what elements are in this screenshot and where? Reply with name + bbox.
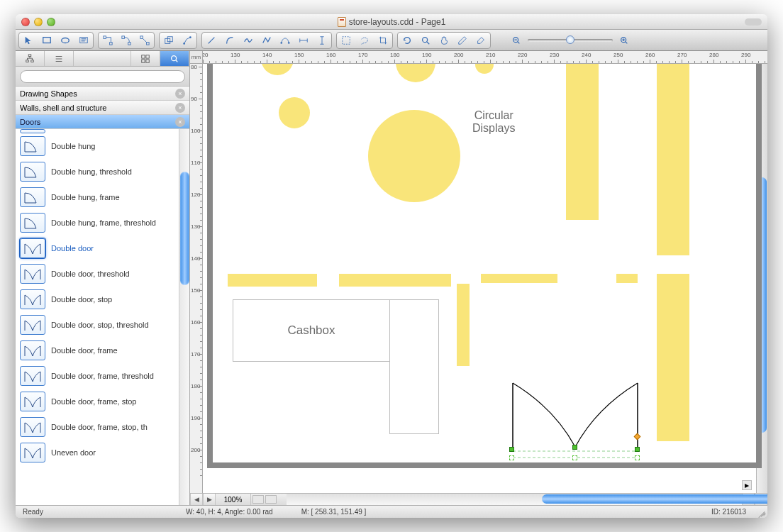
canvas-hscrollbar[interactable] — [287, 494, 742, 505]
bar-shape[interactable] — [481, 274, 557, 283]
ruler-unit-label[interactable]: mm — [190, 51, 203, 64]
shape-list-item[interactable]: Double hung, frame — [16, 184, 189, 210]
library-category[interactable]: Walls, shell and structure× — [16, 101, 189, 115]
zoom-in-icon[interactable] — [616, 33, 633, 48]
svg-rect-8 — [122, 35, 125, 38]
toolbar-toggle-icon[interactable] — [745, 18, 762, 26]
library-category[interactable]: Drawing Shapes× — [16, 87, 189, 101]
resize-handle[interactable] — [635, 455, 640, 460]
shape-list-item[interactable]: Double door, stop, threshold — [16, 312, 189, 338]
svg-rect-0 — [43, 37, 51, 43]
door-shape-icon — [20, 162, 45, 182]
select-nodes-icon[interactable] — [338, 33, 355, 48]
resize-grip-icon[interactable] — [757, 508, 766, 516]
pan-tool-icon[interactable] — [435, 33, 452, 48]
svg-line-28 — [427, 41, 430, 44]
shape-list-item[interactable]: Double door, threshold — [16, 261, 189, 287]
shelves-shape[interactable] — [566, 64, 599, 220]
shape-list-item[interactable]: Double door, frame, stop, th — [16, 414, 189, 440]
display-circle[interactable] — [279, 97, 310, 128]
text-tool-icon[interactable] — [75, 33, 92, 48]
crop-tool-icon[interactable] — [374, 33, 392, 48]
list-tab-icon[interactable] — [45, 51, 74, 66]
ruler-horizontal[interactable]: 1201301401501601701801902002102202302402… — [203, 51, 767, 64]
spline-tool-icon[interactable] — [240, 33, 257, 48]
resize-handle[interactable] — [572, 445, 577, 450]
dimension-h-icon[interactable] — [295, 33, 312, 48]
expand-smart-tag-icon[interactable]: ▶ — [742, 480, 752, 490]
bar-shape[interactable] — [616, 274, 638, 283]
titlebar[interactable]: store-layouts.cdd - Page1 — [16, 14, 767, 30]
hierarchy-tab-icon[interactable] — [16, 51, 45, 66]
direct-connector-icon[interactable] — [136, 33, 153, 48]
shape-list-item[interactable]: Double door, frame — [16, 338, 189, 363]
hscroll-right-icon[interactable]: ▶ — [203, 494, 216, 505]
page-tab[interactable] — [265, 495, 277, 504]
eraser-icon[interactable] — [472, 33, 489, 48]
shape-list-item[interactable]: Double door — [16, 235, 189, 261]
library-search-input[interactable] — [20, 70, 185, 83]
shape-list-item[interactable]: Uneven door — [16, 440, 189, 465]
drawing-canvas[interactable]: Circular Displays Shelves Wall Fixtures — [203, 64, 767, 493]
sidebar-scrollbar[interactable] — [179, 129, 189, 505]
polyline-tool-icon[interactable] — [258, 33, 275, 48]
svg-rect-42 — [142, 55, 145, 57]
resize-handle[interactable] — [572, 455, 577, 460]
cashbox-shape[interactable]: Cashbox — [233, 299, 390, 362]
smart-connector-icon[interactable] — [118, 33, 135, 48]
bar-shape[interactable] — [339, 274, 451, 287]
category-label: Walls, shell and structure — [20, 104, 106, 112]
rotate-tool-icon[interactable] — [399, 33, 416, 48]
clone-stamp-icon[interactable] — [160, 33, 177, 48]
arc-tool-icon[interactable] — [221, 33, 238, 48]
rectangle-tool-icon[interactable] — [38, 33, 55, 48]
zoom-tool-icon[interactable] — [417, 33, 434, 48]
ruler-vertical[interactable]: 8090100110120130140150160170180190200 — [190, 64, 203, 493]
line-tool-icon[interactable] — [203, 33, 220, 48]
display-circle[interactable] — [368, 110, 460, 202]
wall-fixture-shape[interactable] — [657, 64, 689, 255]
shape-list-item[interactable]: Double door, stop — [16, 287, 189, 312]
pointer-tool-icon[interactable] — [20, 33, 37, 48]
hscroll-left-icon[interactable]: ◀ — [190, 494, 203, 505]
search-tab-icon[interactable] — [160, 51, 189, 66]
double-door-shape[interactable] — [511, 376, 639, 461]
page-tabs[interactable] — [251, 494, 287, 505]
resize-handle[interactable] — [509, 447, 514, 452]
edit-points-icon[interactable] — [179, 33, 196, 48]
wall-fixture-shape[interactable] — [657, 274, 689, 441]
zoom-out-icon[interactable] — [508, 33, 525, 48]
resize-handle[interactable] — [509, 455, 514, 460]
sidebar-scrollthumb[interactable] — [180, 172, 189, 285]
svg-line-17 — [209, 37, 215, 43]
door-shape-icon — [20, 213, 45, 233]
dimension-v-icon[interactable] — [313, 33, 331, 48]
shape-list-item[interactable]: Double hung, frame, threshold — [16, 210, 189, 235]
shape-list-item[interactable]: Double door, frame, threshold — [16, 363, 189, 389]
page-tab[interactable] — [252, 495, 264, 504]
zoom-slider[interactable] — [508, 33, 633, 48]
category-close-icon[interactable]: × — [175, 117, 185, 127]
shape-list[interactable]: Double hungDouble hung, thresholdDouble … — [16, 129, 189, 505]
connector-tool-icon[interactable] — [99, 33, 116, 48]
ellipse-tool-icon[interactable] — [57, 33, 74, 48]
grid-tab-icon[interactable] — [131, 51, 160, 66]
shape-list-item[interactable]: Double door, frame, stop — [16, 389, 189, 414]
canvas-hscrollthumb[interactable] — [542, 494, 767, 504]
eyedropper-icon[interactable] — [454, 33, 471, 48]
zoom-thumb[interactable] — [566, 35, 574, 44]
category-close-icon[interactable]: × — [175, 89, 185, 99]
zoom-track[interactable] — [528, 39, 613, 42]
cashbox-shape[interactable] — [389, 299, 439, 434]
shape-list-item[interactable]: Double hung, threshold — [16, 159, 189, 184]
bar-shape[interactable] — [228, 274, 317, 287]
category-close-icon[interactable]: × — [175, 103, 185, 113]
zoom-display[interactable]: 100% — [216, 494, 251, 505]
bar-shape[interactable] — [457, 284, 470, 366]
library-category[interactable]: Doors× — [16, 115, 189, 129]
shape-list-item[interactable]: Double hung — [16, 133, 189, 159]
resize-handle[interactable] — [635, 447, 640, 452]
window-title: store-layouts.cdd - Page1 — [16, 17, 767, 27]
lasso-select-icon[interactable] — [356, 33, 373, 48]
bezier-tool-icon[interactable] — [277, 33, 294, 48]
